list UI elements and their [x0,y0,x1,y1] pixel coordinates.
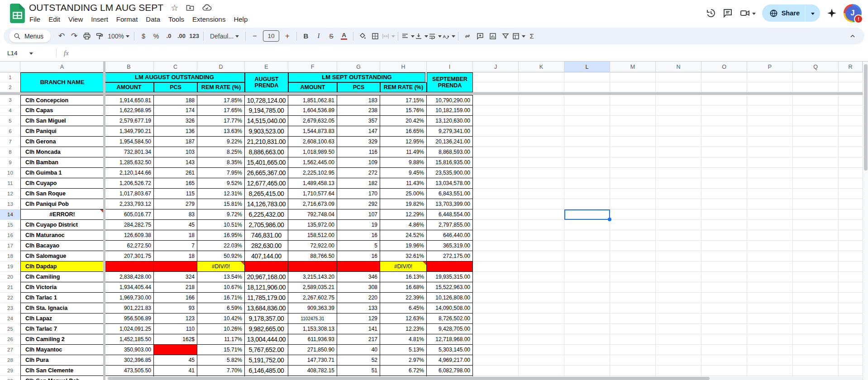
cell-I9[interactable]: 15,816,935.00 [427,157,473,168]
cell-B6[interactable]: 1,349,790.21 [104,126,154,137]
bold-button[interactable]: B [300,30,312,43]
cell-E23[interactable]: 13,684,836.00 [245,303,288,314]
cell-F28[interactable]: 147,730.71 [288,355,337,366]
more-formats-button[interactable]: 123 [188,30,200,43]
insert-chart-button[interactable] [486,30,499,43]
cell-F7[interactable]: 2,608,100.63 [288,137,337,147]
cell-G16[interactable]: 16 [337,230,380,241]
column-header-H[interactable]: H [380,62,427,72]
cell-H28[interactable]: 2.97% [380,355,427,366]
cell-B10[interactable]: 2,120,144.66 [104,168,154,178]
cell-I21[interactable]: 15,522,963.00 [427,282,473,293]
cell-A25[interactable]: Clh Tarlac 7 [20,324,104,334]
cell-B17[interactable]: 62,272.50 [104,241,154,251]
row-header-24[interactable]: 24 [0,314,20,324]
cell-A17[interactable]: Clh Bacayao [20,241,104,251]
row-header-15[interactable]: 15 [0,220,20,230]
cell-D27[interactable]: 15.71% [197,345,245,355]
cell-B7[interactable]: 1,954,584.50 [104,137,154,147]
paint-format-button[interactable] [93,30,106,43]
horizontal-scrollbar-thumb[interactable] [108,377,710,380]
cell-E12[interactable]: 8,265,415.00 [245,189,288,199]
cell-A11[interactable]: Clh Cuyapo [20,178,104,189]
cell-D29[interactable]: 7.70% [197,366,245,376]
cell-C20[interactable]: 324 [154,272,197,282]
cell-I10[interactable]: 23,535,900.00 [427,168,473,178]
cell-A15[interactable]: Clh Cuyapo District [20,220,104,230]
cell-G3[interactable]: 183 [337,95,380,105]
format-currency-button[interactable]: $ [137,30,150,43]
cell-C4[interactable]: 174 [154,105,197,116]
cell-F16[interactable]: 158,512.00 [288,230,337,241]
cell-A6[interactable]: Clh Paniqui [20,126,104,137]
cell-F6[interactable]: 1,544,873.83 [288,126,337,137]
menu-tools[interactable]: Tools [164,14,188,24]
header-lm-august-outstanding[interactable]: LM AUGUST OUTSTANDING [104,72,245,82]
cell-H14[interactable]: 12.29% [380,209,427,220]
cell-G25[interactable]: 141 [337,324,380,334]
cell-A16[interactable]: Clh Maturanoc [20,230,104,241]
cell-B19[interactable] [104,261,154,272]
cell-C12[interactable]: 115 [154,189,197,199]
cell-H9[interactable]: 9.88% [380,157,427,168]
cell-H10[interactable]: 9.45% [380,168,427,178]
font-select[interactable]: Defaul... [206,30,243,43]
row-header-22[interactable]: 22 [0,293,20,303]
vertical-align-button[interactable] [415,30,428,43]
cell-G9[interactable]: 109 [337,157,380,168]
header-august-prenda[interactable]: AUGUSTPRENDA [245,72,288,92]
cell-C5[interactable]: 326 [154,116,197,126]
row-header-13[interactable]: 13 [0,199,20,209]
cell-I20[interactable]: 19,935,315.00 [427,272,473,282]
cell-F13[interactable]: 2,716,673.09 [288,199,337,209]
share-button[interactable]: Share [762,5,820,22]
menu-insert[interactable]: Insert [87,14,112,24]
menu-file[interactable]: File [25,14,44,24]
cell-E14[interactable]: 6,225,432.00 [245,209,288,220]
cell-H29[interactable]: 6.72% [380,366,427,376]
column-header-B[interactable]: B [104,62,154,72]
cell-F15[interactable]: 135,972.00 [288,220,337,230]
cell-I26[interactable]: 12,718,968.00 [427,334,473,345]
column-header-N[interactable]: N [656,62,701,72]
cell-E27[interactable]: 5,767,652.00 [245,345,288,355]
cell-F12[interactable]: 1,710,577.64 [288,189,337,199]
undo-button[interactable]: ↶ [55,30,68,43]
cell-I8[interactable]: 8,868,593.00 [427,147,473,157]
cell-F11[interactable]: 1,489,458.13 [288,178,337,189]
cell-A8[interactable]: Clh Moncada [20,147,104,157]
cell-E19[interactable] [245,261,288,272]
cell-F17[interactable]: 72,922.00 [288,241,337,251]
italic-button[interactable]: I [312,30,325,43]
row-header-28[interactable]: 28 [0,355,20,366]
cell-D17[interactable]: 22.03% [197,241,245,251]
cell-B18[interactable]: 207,301.75 [104,251,154,261]
cell-H24[interactable]: 12.63% [380,314,427,324]
cell-I3[interactable]: 10,790,290.00 [427,95,473,105]
hide-toolbar-chevron-icon[interactable] [846,30,859,43]
cell-E17[interactable]: 282,630.00 [245,241,288,251]
cell-I25[interactable]: 9,428,705.00 [427,324,473,334]
cell-C17[interactable]: 7 [154,241,197,251]
column-header-O[interactable]: O [701,62,747,72]
cell-E4[interactable]: 9,194,785.00 [245,105,288,116]
cell-E28[interactable]: 5,191,752.00 [245,355,288,366]
fill-handle[interactable] [608,218,611,221]
cell-G12[interactable]: 170 [337,189,380,199]
cell-F4[interactable]: 1,604,536.89 [288,105,337,116]
cell-D23[interactable]: 6.59% [197,303,245,314]
row-header-12[interactable]: 12 [0,189,20,199]
share-caret-icon[interactable] [806,11,820,15]
cell-E7[interactable]: 21,210,831.00 [245,137,288,147]
row-header-1[interactable]: 1 [0,72,20,82]
version-history-icon[interactable] [705,8,716,19]
cell-G18[interactable]: 16 [337,251,380,261]
cell-E3[interactable]: 10,728,124.00 [245,95,288,105]
frozen-row-divider[interactable] [0,92,863,95]
cell-C13[interactable]: 279 [154,199,197,209]
row-header-11[interactable]: 11 [0,178,20,189]
cell-C27[interactable] [154,345,197,355]
cell-G14[interactable]: 107 [337,209,380,220]
video-call-icon[interactable] [739,8,756,19]
gemini-sparkle-icon[interactable] [826,8,837,19]
